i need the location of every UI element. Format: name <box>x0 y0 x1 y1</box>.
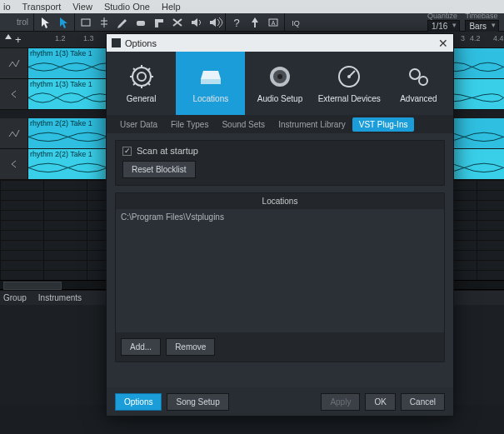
svg-point-7 <box>137 72 146 81</box>
action-icon[interactable] <box>246 14 264 31</box>
tab-user-data[interactable]: User Data <box>113 117 164 132</box>
svg-text:A: A <box>272 20 276 26</box>
svg-line-15 <box>133 82 136 85</box>
knob-icon <box>267 64 292 89</box>
remove-location-button[interactable]: Remove <box>166 338 215 356</box>
pointer2-icon[interactable] <box>54 14 72 31</box>
locations-heading: Locations <box>116 193 444 209</box>
split-icon[interactable] <box>95 14 113 31</box>
dialog-title: Options <box>125 38 157 48</box>
pointer-icon[interactable] <box>36 14 54 31</box>
song-setup-button[interactable]: Song Setup <box>167 393 228 411</box>
ok-button[interactable]: OK <box>365 393 395 411</box>
expand-icon[interactable] <box>5 34 12 39</box>
add-track-icon[interactable]: + <box>15 33 22 46</box>
svg-line-12 <box>133 68 136 71</box>
menu-help[interactable]: Help <box>162 2 181 12</box>
svg-point-19 <box>277 74 282 79</box>
svg-point-22 <box>347 75 351 78</box>
tab-instrument-library[interactable]: Instrument Library <box>272 117 352 132</box>
cogs-icon <box>406 64 431 89</box>
range-icon[interactable] <box>77 14 95 31</box>
apply-button[interactable]: Apply <box>321 393 360 411</box>
timebase-label: Timebase <box>465 12 499 20</box>
svg-point-23 <box>410 69 420 79</box>
chevron-left-icon[interactable] <box>9 89 19 99</box>
options-button[interactable]: Options <box>115 393 162 411</box>
category-advanced[interactable]: Advanced <box>384 52 453 115</box>
main-toolbar: trol ? A IQ Quantize 1/16 Timebase Bars <box>0 13 504 32</box>
gear-icon <box>129 64 154 89</box>
reset-blocklist-button[interactable]: Reset Blocklist <box>122 161 196 178</box>
menu-transport[interactable]: Transport <box>22 2 62 12</box>
paint-icon[interactable] <box>150 14 168 31</box>
options-dialog: Options ✕ General Locations Audio Setup … <box>106 33 454 417</box>
chevron-left-icon[interactable] <box>9 159 19 169</box>
tab-file-types[interactable]: File Types <box>164 117 215 132</box>
quantize-dropdown[interactable]: 1/16 <box>427 20 460 32</box>
drive-icon <box>198 64 223 89</box>
svg-rect-1 <box>137 21 145 26</box>
options-categories: General Locations Audio Setup External D… <box>107 52 453 115</box>
tab-vst-plugins[interactable]: VST Plug-Ins <box>352 117 415 132</box>
menu-view[interactable]: View <box>72 2 92 12</box>
add-location-button[interactable]: Add... <box>121 338 161 356</box>
category-external-devices[interactable]: External Devices <box>315 52 384 115</box>
menu-studio-one[interactable]: Studio One <box>104 2 150 12</box>
speaker-icon[interactable] <box>205 14 223 31</box>
list-item[interactable]: C:\Program Files\Vstplugins <box>121 212 439 222</box>
erase-icon[interactable] <box>132 14 150 31</box>
macro-icon[interactable]: A <box>264 14 282 31</box>
minimap-view[interactable] <box>3 282 62 290</box>
mute-icon[interactable] <box>168 14 187 31</box>
tab-sound-sets[interactable]: Sound Sets <box>215 117 272 132</box>
draw-icon[interactable] <box>113 14 132 31</box>
gauge-icon <box>337 64 362 89</box>
cancel-button[interactable]: Cancel <box>401 393 445 411</box>
toolbar-left-label: trol <box>0 17 32 27</box>
category-audio-setup[interactable]: Audio Setup <box>245 52 314 115</box>
menu-io[interactable]: io <box>3 2 11 12</box>
dialog-footer: Options Song Setup Apply OK Cancel <box>107 387 453 416</box>
svg-point-24 <box>419 77 427 85</box>
dialog-titlebar[interactable]: Options ✕ <box>107 34 453 52</box>
tab-instruments[interactable]: Instruments <box>38 293 82 302</box>
automation-icon[interactable] <box>7 57 21 70</box>
help-icon[interactable]: ? <box>227 14 246 31</box>
svg-text:IQ: IQ <box>292 19 300 27</box>
locations-list[interactable]: C:\Program Files\Vstplugins <box>116 209 444 332</box>
svg-line-13 <box>147 82 150 85</box>
locations-subtabs: User Data File Types Sound Sets Instrume… <box>107 115 453 133</box>
scan-at-startup-checkbox[interactable]: ✓ <box>122 147 132 156</box>
svg-rect-0 <box>82 19 90 26</box>
svg-line-14 <box>147 68 150 71</box>
svg-rect-16 <box>201 79 221 84</box>
svg-text:?: ? <box>233 17 239 29</box>
scan-at-startup-label: Scan at startup <box>137 146 198 156</box>
category-general[interactable]: General <box>107 52 176 115</box>
automation-icon[interactable] <box>7 127 21 140</box>
app-icon <box>112 38 121 47</box>
close-icon[interactable]: ✕ <box>438 37 448 50</box>
category-locations[interactable]: Locations <box>176 52 245 115</box>
iq-icon[interactable]: IQ <box>287 14 305 31</box>
quantize-label: Quantize <box>427 12 460 20</box>
listen-icon[interactable] <box>187 14 205 31</box>
timebase-dropdown[interactable]: Bars <box>465 20 499 32</box>
tab-group[interactable]: Group <box>3 293 27 302</box>
